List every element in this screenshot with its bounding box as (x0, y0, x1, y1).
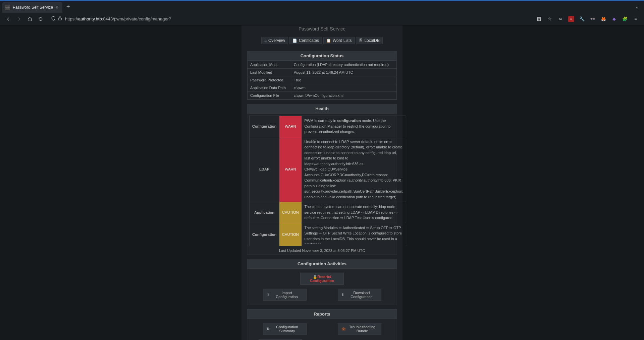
page-title: Password Self Service (241, 25, 402, 33)
upload-icon: ⬆ (267, 293, 269, 296)
back-icon[interactable] (5, 16, 11, 22)
restrict-config-button[interactable]: 🔒Restrict Configuration (300, 273, 344, 285)
download-icon: ⬇ (341, 293, 344, 296)
config-status-table: Application ModeConfiguration (LDAP dire… (247, 61, 397, 99)
download-config-button[interactable]: ⬇Download Configuration (338, 289, 381, 301)
health-last-updated: Last Updated November 3, 2023 at 5:03:27… (247, 248, 397, 255)
activities-panel: Configuration Activities 🔒Restrict Confi… (247, 259, 397, 305)
table-row: Application CAUTION The cluster system c… (250, 202, 406, 223)
reader-icon[interactable] (536, 16, 542, 22)
browser-chrome: PWM Password Self Service × + ⌄ https://… (0, 0, 644, 25)
config-status-header: Configuration Status (247, 51, 397, 61)
tab-favicon: PWM (5, 5, 10, 10)
extensions-icon[interactable]: 🧩 (622, 16, 628, 22)
table-row: Configuration CAUTION The setting Module… (250, 223, 406, 246)
content-panel: Password Self Service ⌂Overview 📄Certifi… (241, 25, 402, 340)
reports-header: Reports (247, 310, 397, 319)
tab-certificates[interactable]: 📄Certificates (289, 37, 322, 44)
certificate-icon: 📄 (292, 39, 297, 43)
shield-icon[interactable] (51, 16, 56, 22)
table-row: Application Data Pathc:\pwm (248, 84, 397, 92)
reload-icon[interactable] (38, 16, 44, 22)
table-row: Configuration Filec:\pwm\PwmConfiguratio… (248, 92, 397, 99)
page-viewport: Password Self Service ⌂Overview 📄Certifi… (0, 25, 644, 340)
url-bar: https://authority.htb:8443/pwm/private/c… (0, 13, 644, 25)
table-row: Last ModifiedAugust 11, 2022 at 1:46:24 … (248, 69, 397, 76)
reports-panel: Reports 🗎Configuration Summary 💼Troubles… (247, 309, 397, 340)
new-tab-button[interactable]: + (62, 3, 74, 10)
svg-rect-0 (59, 18, 61, 20)
config-tabs: ⌂Overview 📄Certificates 📋Word Lists 🗄Loc… (241, 33, 402, 49)
browser-tab[interactable]: PWM Password Self Service × (2, 2, 62, 13)
table-row: LDAP WARN Unable to connect to LDAP serv… (250, 137, 406, 202)
briefcase-icon: 💼 (341, 327, 345, 331)
database-icon: 🗄 (359, 39, 363, 43)
tab-wordlists[interactable]: 📋Word Lists (323, 37, 355, 44)
list-icon: 📋 (326, 39, 331, 43)
status-badge: CAUTION (279, 223, 302, 246)
tab-localdb[interactable]: 🗄LocalDB (356, 37, 382, 44)
tab-close-icon[interactable]: × (54, 5, 60, 10)
config-summary-button[interactable]: 🗎Configuration Summary (263, 323, 307, 335)
health-table: Configuration WARN PWM is currently in c… (249, 116, 406, 246)
health-panel: Health Configuration WARN PWM is current… (247, 104, 397, 255)
home-icon[interactable] (27, 16, 33, 22)
star-icon[interactable]: ☆ (547, 16, 553, 22)
robot-icon[interactable]: ◆ (611, 16, 617, 22)
tab-title: Password Self Service (13, 5, 54, 10)
table-row: Password ProtectedTrue (248, 76, 397, 84)
wrench-icon[interactable]: 🔧 (579, 16, 585, 22)
health-header: Health (247, 104, 397, 114)
status-badge: WARN (279, 116, 302, 137)
ublock-icon[interactable]: u (568, 16, 574, 22)
url-text: https://authority.htb:8443/pwm/private/c… (65, 16, 171, 21)
troubleshooting-button[interactable]: 💼Troubleshooting Bundle (338, 323, 381, 335)
status-badge: CAUTION (279, 202, 302, 223)
home-icon: ⌂ (264, 39, 267, 43)
tab-overview[interactable]: ⌂Overview (261, 37, 288, 44)
forward-icon[interactable] (16, 16, 22, 22)
import-config-button[interactable]: ⬆Import Configuration (263, 289, 307, 301)
config-status-panel: Configuration Status Application ModeCon… (247, 51, 397, 100)
table-row: Configuration WARN PWM is currently in c… (250, 116, 406, 137)
tab-bar: PWM Password Self Service × + ⌄ (0, 1, 644, 13)
status-badge: WARN (279, 137, 302, 202)
fox-icon[interactable]: 🦊 (600, 16, 606, 22)
tabs-dropdown-icon[interactable]: ⌄ (631, 4, 644, 9)
menu-icon[interactable]: ≡ (633, 16, 639, 22)
ldap-permissions-button[interactable]: ⚿LDAP Permissions (259, 339, 302, 340)
document-icon: 🗎 (267, 327, 270, 331)
url-field[interactable]: https://authority.htb:8443/pwm/private/c… (48, 14, 531, 24)
goggles-icon[interactable]: 👓 (590, 16, 596, 22)
lock-icon: 🔒 (313, 275, 317, 279)
table-row: Application ModeConfiguration (LDAP dire… (248, 61, 397, 69)
infinity-icon[interactable]: ∞ (557, 16, 564, 22)
activities-header: Configuration Activities (247, 259, 397, 269)
lock-icon[interactable] (58, 16, 62, 22)
